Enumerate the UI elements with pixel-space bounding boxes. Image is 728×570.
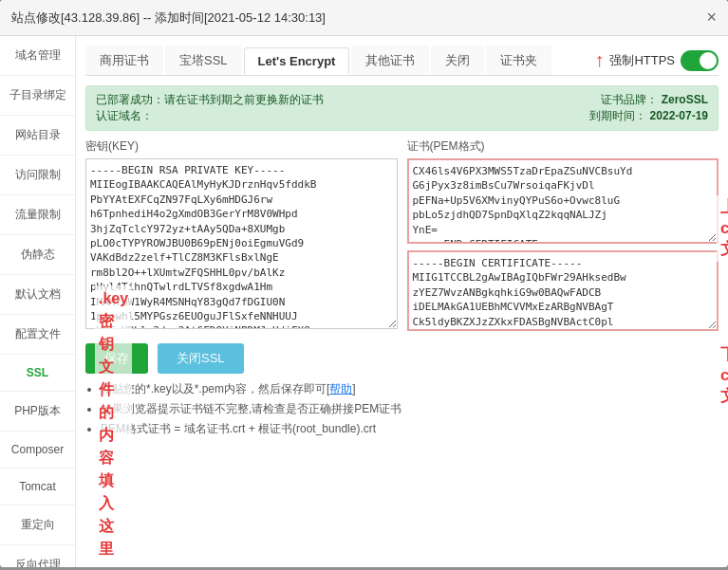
modal-title: 站点修改[43.128.39.86] -- 添加时间[2021-05-12 14… — [11, 9, 326, 27]
sidebar-item-tomcat[interactable]: Tomcat — [0, 469, 75, 506]
sidebar-item-access[interactable]: 访问限制 — [0, 156, 75, 195]
deployed-text: 已部署成功：请在证书到期之前更换新的证书 — [96, 92, 324, 108]
modal-overlay: 站点修改[43.128.39.86] -- 添加时间[2021-05-12 14… — [0, 0, 728, 570]
tab-commercial-cert[interactable]: 商用证书 — [85, 46, 163, 75]
modal: 站点修改[43.128.39.86] -- 添加时间[2021-05-12 14… — [0, 0, 728, 567]
force-https-toggle-area: ↑ 强制HTTPS — [594, 49, 719, 71]
sidebar-item-config[interactable]: 配置文件 — [0, 315, 75, 355]
cert-label: 证书(PEM格式) — [407, 138, 719, 155]
sidebar-item-php[interactable]: PHP版本 — [0, 392, 75, 432]
main-content: 商用证书 宝塔SSL Let's Encrypt 其他证书 关闭 证书夹 ↑ 强… — [76, 36, 728, 567]
brand-row: 证书品牌： ZeroSSL — [589, 92, 708, 108]
expire-row: 到期时间： 2022-07-19 — [589, 108, 708, 124]
tab-close[interactable]: 关闭 — [431, 46, 484, 75]
close-button[interactable]: × — [706, 8, 717, 28]
notice-item-2: 如果浏览器提示证书链不完整,请检查是否正确拼接PEM证书 — [101, 401, 719, 417]
force-https-toggle[interactable] — [681, 50, 719, 71]
close-ssl-button[interactable]: 关闭SSL — [158, 343, 244, 374]
modal-header: 站点修改[43.128.39.86] -- 添加时间[2021-05-12 14… — [0, 0, 728, 36]
tab-other-cert[interactable]: 其他证书 — [351, 46, 429, 75]
sidebar-item-default-doc[interactable]: 默认文档 — [0, 275, 75, 315]
sidebar-item-reverse-proxy[interactable]: 反向代理 — [0, 545, 75, 567]
force-https-label: 强制HTTPS — [609, 52, 675, 69]
status-right: 证书品牌： ZeroSSL 到期时间： 2022-07-19 — [589, 92, 708, 124]
button-row: 保存 关闭SSL — [85, 343, 719, 374]
save-button[interactable]: 保存 — [85, 343, 148, 374]
modal-body: 域名管理 子目录绑定 网站目录 访问限制 流量限制 伪静态 默认文档 配置文件 … — [0, 36, 728, 567]
tabs-row: 商用证书 宝塔SSL Let's Encrypt 其他证书 关闭 证书夹 ↑ 强… — [85, 46, 719, 76]
notice-item-1: 粘贴您的*.key以及*.pem内容，然后保存即可[帮助] — [101, 381, 719, 397]
content-wrapper: 密钥(KEY) -----BEGIN RSA PRIVATE KEY----- … — [85, 138, 719, 437]
sidebar-item-composer[interactable]: Composer — [0, 432, 75, 469]
tab-baota-ssl[interactable]: 宝塔SSL — [165, 46, 242, 75]
notice-item-3: PEM格式证书 = 域名证书.crt + 根证书(root_bundle).cr… — [101, 421, 719, 437]
sidebar: 域名管理 子目录绑定 网站目录 访问限制 流量限制 伪静态 默认文档 配置文件 … — [0, 36, 76, 567]
cert-top-textarea[interactable]: CX46ls4V6PX3MWS5TzaDrEpaZSuNVCBsuYd G6jP… — [407, 158, 719, 244]
sidebar-item-rewrite[interactable]: 伪静态 — [0, 235, 75, 275]
sidebar-item-redirect[interactable]: 重定向 — [0, 506, 75, 545]
sidebar-item-ssl[interactable]: SSL — [0, 355, 75, 392]
force-https-arrow: ↑ — [594, 49, 604, 71]
tab-letsencrypt[interactable]: Let's Encrypt — [244, 47, 350, 74]
sidebar-item-subdir[interactable]: 子目录绑定 — [0, 76, 75, 116]
cert-bottom-textarea[interactable]: -----BEGIN CERTIFICATE----- MIIG1TCCBL2g… — [407, 250, 719, 331]
notices-list: 粘贴您的*.key以及*.pem内容，然后保存即可[帮助] 如果浏览器提示证书链… — [85, 381, 719, 437]
status-left: 已部署成功：请在证书到期之前更换新的证书 认证域名： — [96, 92, 324, 124]
domain-label: 认证域名： — [96, 108, 324, 124]
tab-cert-folder[interactable]: 证书夹 — [486, 46, 551, 75]
sidebar-item-webdir[interactable]: 网站目录 — [0, 116, 75, 156]
key-label: 密钥(KEY) — [85, 138, 398, 155]
sidebar-item-domain[interactable]: 域名管理 — [0, 36, 75, 76]
status-bar: 已部署成功：请在证书到期之前更换新的证书 认证域名： 证书品牌： ZeroSSL… — [85, 85, 719, 131]
cert-column: 证书(PEM格式) CX46ls4V6PX3MWS5TzaDrEpaZSuNVC… — [407, 138, 719, 334]
help-link[interactable]: 帮助 — [329, 382, 352, 395]
key-textarea[interactable]: -----BEGIN RSA PRIVATE KEY----- MIIEogIB… — [85, 158, 398, 329]
key-column: 密钥(KEY) -----BEGIN RSA PRIVATE KEY----- … — [85, 138, 398, 334]
sidebar-item-traffic[interactable]: 流量限制 — [0, 195, 75, 235]
key-cert-row: 密钥(KEY) -----BEGIN RSA PRIVATE KEY----- … — [85, 138, 719, 334]
